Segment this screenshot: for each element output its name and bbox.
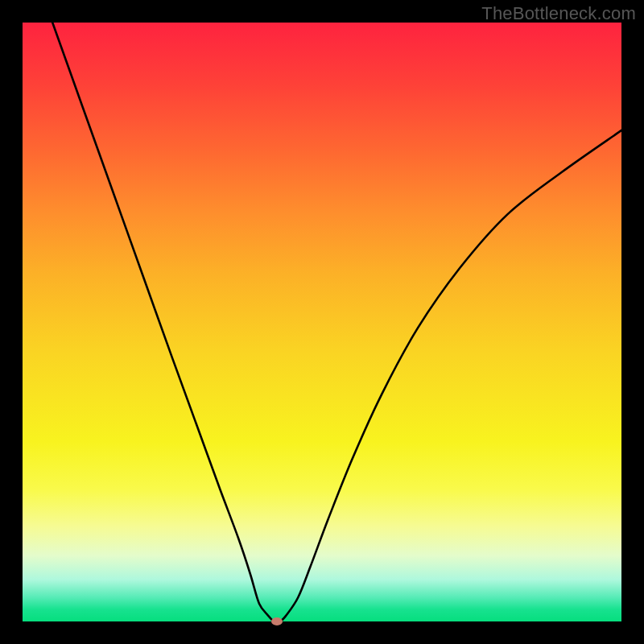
curve-svg [23, 23, 621, 621]
bottleneck-curve [52, 23, 621, 622]
optimal-point-marker [271, 617, 283, 625]
chart-container: TheBottleneck.com [0, 0, 644, 644]
watermark-text: TheBottleneck.com [481, 3, 636, 24]
plot-area [23, 23, 621, 621]
